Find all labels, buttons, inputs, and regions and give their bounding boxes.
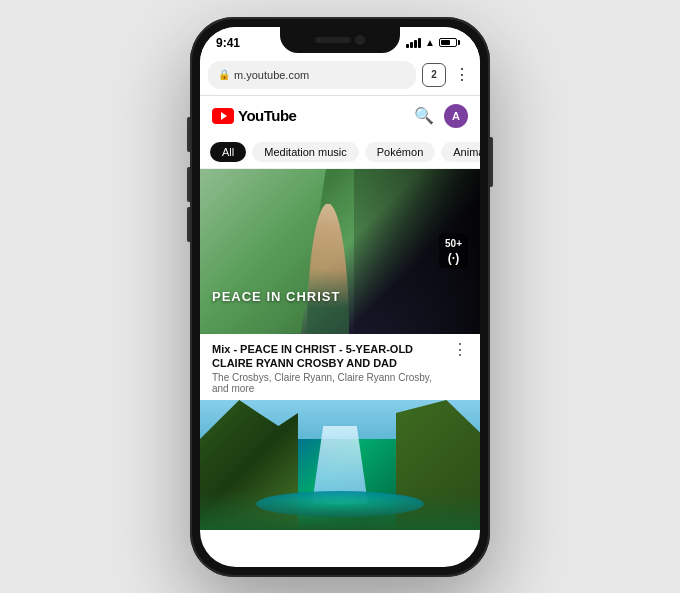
youtube-action-icons: 🔍 A — [414, 104, 468, 128]
thumbnail-bg-1 — [200, 169, 480, 334]
youtube-logo[interactable]: YouTube — [212, 107, 296, 124]
signal-bar-2 — [410, 42, 413, 48]
youtube-header: YouTube 🔍 A — [200, 96, 480, 136]
video-info-1: Mix - PEACE IN CHRIST - 5-YEAR-OLD CLAIR… — [200, 334, 480, 401]
youtube-search-icon[interactable]: 🔍 — [414, 106, 434, 125]
wifi-icon: ▲ — [425, 37, 435, 48]
signal-bar-1 — [406, 44, 409, 48]
video-thumbnail-2[interactable] — [200, 400, 480, 530]
tab-count[interactable]: 2 — [422, 63, 446, 87]
youtube-play-icon — [212, 108, 234, 124]
youtube-wordmark: YouTube — [238, 107, 296, 124]
battery-fill — [441, 40, 450, 45]
video-text-1: Mix - PEACE IN CHRIST - 5-YEAR-OLD CLAIR… — [212, 342, 444, 395]
url-text: m.youtube.com — [234, 69, 309, 81]
video-title-1: Mix - PEACE IN CHRIST - 5-YEAR-OLD CLAIR… — [212, 342, 444, 371]
status-icons: ▲ — [406, 37, 460, 48]
youtube-avatar[interactable]: A — [444, 104, 468, 128]
filter-chip-all[interactable]: All — [210, 142, 246, 162]
thumbnail-bg-2 — [200, 400, 480, 530]
play-triangle — [221, 112, 227, 120]
browser-bar: 🔒 m.youtube.com 2 ⋮ — [200, 55, 480, 96]
notch-camera — [355, 35, 365, 45]
video-card-2 — [200, 400, 480, 530]
browser-more-icon[interactable]: ⋮ — [452, 65, 472, 84]
filter-chip-all-label: All — [222, 146, 234, 158]
phone-mockup: 9:41 ▲ 🔒 m.y — [190, 17, 490, 577]
filter-chip-animal[interactable]: Animal Cross — [441, 142, 480, 162]
video-channel-1: The Crosbys, Claire Ryann, Claire Ryann … — [212, 372, 444, 394]
filter-chip-meditation[interactable]: Meditation music — [252, 142, 359, 162]
youtube-content: PEACE IN CHRIST 50+ (·) Mix - PEACE IN C… — [200, 169, 480, 567]
filter-chip-animal-label: Animal Cross — [453, 146, 480, 158]
url-bar[interactable]: 🔒 m.youtube.com — [208, 61, 416, 89]
notch-speaker — [315, 37, 351, 43]
badge-radio-icon: (·) — [445, 251, 462, 265]
filter-chip-pokemon[interactable]: Pokémon — [365, 142, 435, 162]
signal-bar-3 — [414, 40, 417, 48]
status-time: 9:41 — [216, 36, 240, 50]
battery-tip — [458, 40, 460, 45]
filter-chip-meditation-label: Meditation music — [264, 146, 347, 158]
signal-bar-4 — [418, 38, 421, 48]
video-card-1: PEACE IN CHRIST 50+ (·) Mix - PEACE IN C… — [200, 169, 480, 401]
video-count-badge: 50+ (·) — [439, 234, 468, 269]
video-thumbnail-1[interactable]: PEACE IN CHRIST 50+ (·) — [200, 169, 480, 334]
signal-bars-icon — [406, 38, 421, 48]
video-overlay-text: PEACE IN CHRIST — [212, 289, 340, 304]
badge-count: 50+ — [445, 238, 462, 249]
video-more-icon-1[interactable]: ⋮ — [444, 342, 468, 358]
battery-icon — [439, 38, 460, 47]
waterfall-rocks — [200, 490, 480, 530]
lock-icon: 🔒 — [218, 69, 230, 80]
filter-chips-row: All Meditation music Pokémon Animal Cros… — [200, 136, 480, 169]
phone-screen: 9:41 ▲ 🔒 m.y — [200, 27, 480, 567]
nature-left — [200, 169, 326, 334]
phone-notch — [280, 27, 400, 53]
filter-chip-pokemon-label: Pokémon — [377, 146, 423, 158]
